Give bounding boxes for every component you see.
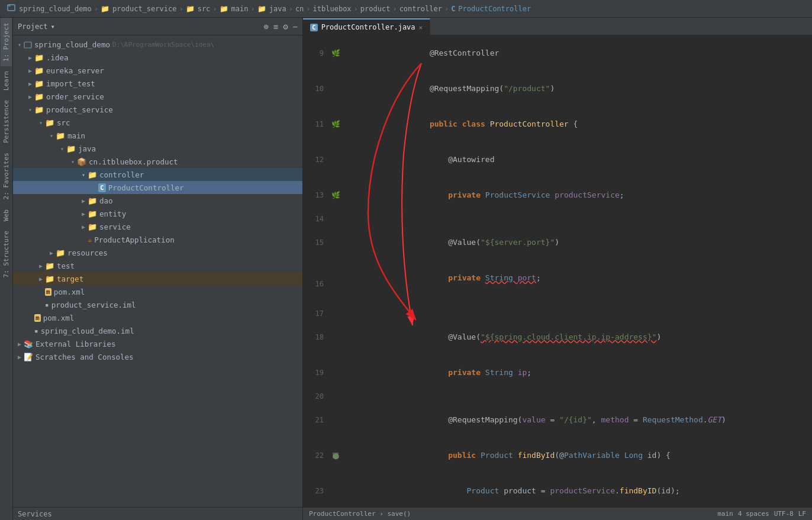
class-icon: C xyxy=(451,5,455,13)
bc-controller[interactable]: controller xyxy=(399,5,442,13)
bean-icon-11: 🌿 xyxy=(331,120,340,128)
code-line-16: 16 private String port; xyxy=(303,260,812,308)
tree-item-product-controller[interactable]: ▶ C ProductController xyxy=(13,181,302,194)
tree-item-resources[interactable]: ▶ 📁 resources xyxy=(13,246,302,259)
collapse-icon[interactable]: ≡ xyxy=(273,22,278,31)
status-bar: ProductController › save() main 4 spaces… xyxy=(303,507,812,520)
status-git[interactable]: main xyxy=(717,510,733,518)
code-line-21: 21 @RequestMapping(value = "/{id}", meth… xyxy=(303,402,812,438)
gutter-14 xyxy=(330,213,341,225)
resources-label: resources xyxy=(67,248,108,257)
package-icon: 📦 xyxy=(77,157,86,166)
settings-icon[interactable]: ⚙ xyxy=(283,22,288,31)
file-tree: ▾ spring_cloud_demo D:\AProgramWorkSpace… xyxy=(13,35,302,507)
folder-icon-dao: 📁 xyxy=(88,196,97,205)
sidebar-tab-learn[interactable]: Learn xyxy=(1,66,12,95)
tree-item-pom-root[interactable]: ▶ m pom.xml xyxy=(13,311,302,324)
code-area: C ProductController.java ✕ xyxy=(303,18,812,520)
code-editor[interactable]: 9 🌿 @RestController 10 @R xyxy=(303,35,812,507)
folder-icon-entity: 📁 xyxy=(88,209,97,218)
line-num-15: 15 xyxy=(303,225,330,260)
tree-item-target[interactable]: ▶ 📁 target xyxy=(13,272,302,285)
line-content-11: public class ProductController { xyxy=(341,106,812,142)
code-line-15: 15 @Value("${server.port}") xyxy=(303,225,812,260)
tree-item-service[interactable]: ▶ 📁 service xyxy=(13,220,302,233)
bc-cn[interactable]: cn xyxy=(295,5,304,13)
line-content-18: @Value("${spring.cloud.client.ip.ip-addr… xyxy=(341,319,812,355)
folder-icon-main: 📁 xyxy=(56,131,65,140)
tree-item-pom-ps[interactable]: ▶ m pom.xml xyxy=(13,285,302,298)
line-content-17 xyxy=(341,308,812,319)
tree-item-scd-iml[interactable]: ▶ ▪ spring_cloud_demo.iml xyxy=(13,324,302,337)
tree-item-idea[interactable]: ▶ 📁 .idea xyxy=(13,51,302,64)
tree-item-import-test[interactable]: ▶ 📁 import_test xyxy=(13,77,302,90)
tree-item-java[interactable]: ▾ 📁 java xyxy=(13,142,302,155)
xml-icon-pom-root: m xyxy=(34,314,41,322)
gutter-16 xyxy=(330,260,341,308)
bc-src[interactable]: src xyxy=(198,5,211,13)
code-line-17: 17 xyxy=(303,308,812,319)
scratches-icon: 📝 xyxy=(24,353,33,361)
bc-java[interactable]: java xyxy=(269,5,286,13)
folder-icon-java: 📁 xyxy=(66,144,76,153)
tree-item-test[interactable]: ▶ 📁 test xyxy=(13,259,302,272)
sidebar-tab-web[interactable]: Web xyxy=(1,205,12,226)
bc-spring-cloud-demo[interactable]: spring_cloud_demo xyxy=(19,5,92,13)
bc-product[interactable]: product xyxy=(360,5,391,13)
panel-dropdown-icon[interactable]: ▾ xyxy=(51,22,55,31)
bc-product-service[interactable]: product_service xyxy=(112,5,176,13)
tree-item-product-iml[interactable]: ▶ ▪ product_service.iml xyxy=(13,298,302,311)
scd-iml-label: spring_cloud_demo.iml xyxy=(41,327,134,335)
tree-item-entity[interactable]: ▶ 📁 entity xyxy=(13,207,302,220)
line-num-12: 12 xyxy=(303,142,330,177)
tree-item-dao[interactable]: ▶ 📁 dao xyxy=(13,194,302,207)
tree-item-product-service[interactable]: ▾ 📁 product_service xyxy=(13,103,302,116)
folder-icon-eureka: 📁 xyxy=(34,66,44,75)
java-label: java xyxy=(78,144,96,153)
gutter-12 xyxy=(330,142,341,177)
tree-item-src[interactable]: ▾ 📁 src xyxy=(13,116,302,129)
tree-item-product-app[interactable]: ▶ ☕ ProductApplication xyxy=(13,233,302,246)
tree-item-eureka[interactable]: ▶ 📁 eureka_server xyxy=(13,64,302,77)
bc-product-controller[interactable]: ProductController xyxy=(458,5,531,13)
gutter-15 xyxy=(330,225,341,260)
tab-close-btn[interactable]: ✕ xyxy=(419,24,423,31)
line-content-22: public Product findById(@PathVariable Lo… xyxy=(341,438,812,473)
ext-libs-label: External Libraries xyxy=(36,340,115,348)
locate-icon[interactable]: ⊕ xyxy=(263,22,268,31)
svg-rect-2 xyxy=(24,42,31,48)
tree-item-controller-folder[interactable]: ▾ 📁 controller xyxy=(13,168,302,181)
bp-icon-22: ⬤ xyxy=(333,453,339,458)
status-encoding[interactable]: UTF-8 xyxy=(774,510,794,518)
root-path: D:\AProgramWorkSpace\idea\ xyxy=(112,41,214,49)
bc-main[interactable]: main xyxy=(231,5,249,13)
sidebar-tab-favorites[interactable]: 2: Favorites xyxy=(1,148,12,204)
panel-title-text: Project xyxy=(18,22,48,31)
tab-product-controller[interactable]: C ProductController.java ✕ xyxy=(303,18,430,35)
minimize-icon[interactable]: − xyxy=(293,22,298,31)
bean-icon-9: 🌿 xyxy=(331,49,340,57)
tree-item-main[interactable]: ▾ 📁 main xyxy=(13,129,302,142)
iml-icon-product: ▪ xyxy=(45,301,49,309)
line-num-13: 13 xyxy=(303,177,330,213)
line-num-20: 20 xyxy=(303,390,330,402)
status-line-sep[interactable]: LF xyxy=(798,510,806,518)
status-indent[interactable]: 4 spaces xyxy=(738,510,769,518)
sidebar-tab-project[interactable]: 1: Project xyxy=(1,18,12,66)
left-side-tabs: 1: Project Learn Persistence 2: Favorite… xyxy=(0,18,13,520)
tree-item-scratches[interactable]: ▶ 📝 Scratches and Consoles xyxy=(13,350,302,363)
line-num-10: 10 xyxy=(303,71,330,106)
line-content-12: @Autowired xyxy=(341,142,812,177)
tree-item-root[interactable]: ▾ spring_cloud_demo D:\AProgramWorkSpace… xyxy=(13,38,302,51)
code-line-19: 19 private String ip; xyxy=(303,355,812,390)
tree-item-package[interactable]: ▾ 📦 cn.itbluebox.product xyxy=(13,155,302,168)
code-line-18: 18 @Value("${spring.cloud.client.ip.ip-a… xyxy=(303,319,812,355)
tree-item-ext-libs[interactable]: ▶ 📚 External Libraries xyxy=(13,337,302,350)
sidebar-tab-persistence[interactable]: Persistence xyxy=(1,95,12,148)
status-breadcrumb[interactable]: ProductController › save() xyxy=(309,510,411,518)
bc-itbluebox[interactable]: itbluebox xyxy=(313,5,352,13)
line-content-20 xyxy=(341,390,812,402)
tree-item-order[interactable]: ▶ 📁 order_service xyxy=(13,90,302,103)
sidebar-tab-structure[interactable]: 7: Structure xyxy=(1,226,12,282)
target-label: target xyxy=(57,274,83,283)
